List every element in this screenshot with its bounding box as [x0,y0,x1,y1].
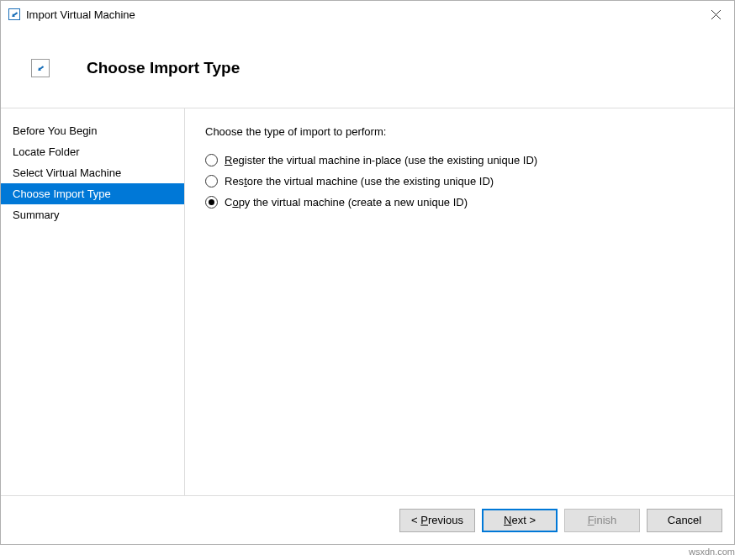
sidebar-item-label: Select Virtual Machine [13,166,121,179]
import-icon [31,59,50,77]
wizard-window: Import Virtual Machine Choose Import Typ… [0,0,735,545]
page-title: Choose Import Type [87,59,240,77]
wizard-header: Choose Import Type [1,28,734,108]
sidebar-item-select-virtual-machine[interactable]: Select Virtual Machine [1,162,184,183]
close-button[interactable] [697,1,734,28]
cancel-button[interactable]: Cancel [647,509,722,532]
app-icon [8,8,21,21]
sidebar-item-choose-import-type[interactable]: Choose Import Type [1,183,184,204]
sidebar-item-label: Choose Import Type [13,188,111,200]
watermark: wsxdn.com [689,547,735,557]
radio-label: Copy the virtual machine (create a new u… [225,196,468,209]
radio-label: Register the virtual machine in-place (u… [225,154,537,166]
sidebar-item-locate-folder[interactable]: Locate Folder [1,141,184,162]
radio-input[interactable] [205,154,218,166]
previous-button[interactable]: < Previous [399,509,475,532]
sidebar-item-summary[interactable]: Summary [1,204,184,225]
button-bar: < Previous Next > Finish Cancel [1,495,734,544]
sidebar-item-before-you-begin[interactable]: Before You Begin [1,120,184,141]
sidebar-item-label: Summary [13,209,60,221]
instruction-text: Choose the type of import to perform: [205,125,717,138]
main-panel: Choose the type of import to perform: Re… [185,108,734,495]
sidebar-item-label: Before You Begin [13,124,97,137]
radio-input[interactable] [205,196,218,209]
sidebar-item-label: Locate Folder [13,145,80,158]
radio-copy[interactable]: Copy the virtual machine (create a new u… [205,192,717,213]
radio-register-in-place[interactable]: Register the virtual machine in-place (u… [205,150,717,171]
titlebar: Import Virtual Machine [1,1,734,28]
finish-button: Finish [564,509,640,532]
radio-restore[interactable]: Restore the virtual machine (use the exi… [205,171,717,192]
radio-label: Restore the virtual machine (use the exi… [225,175,494,188]
window-title: Import Virtual Machine [26,8,697,21]
content-area: Before You Begin Locate Folder Select Vi… [1,108,734,495]
wizard-steps-sidebar: Before You Begin Locate Folder Select Vi… [1,108,185,495]
radio-input[interactable] [205,175,218,188]
next-button[interactable]: Next > [482,509,558,532]
